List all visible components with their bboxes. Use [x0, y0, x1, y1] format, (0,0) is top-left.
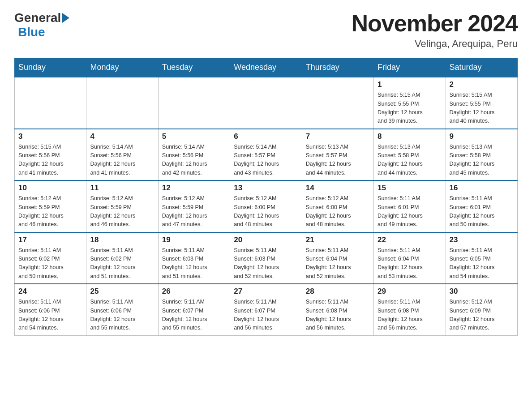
calendar-cell: 27Sunrise: 5:11 AMSunset: 6:07 PMDayligh…: [230, 284, 302, 335]
day-number: 14: [306, 184, 370, 193]
calendar-cell: 17Sunrise: 5:11 AMSunset: 6:02 PMDayligh…: [15, 232, 86, 284]
day-info: Sunrise: 5:11 AMSunset: 6:06 PMDaylight:…: [18, 298, 82, 333]
calendar-cell: 15Sunrise: 5:11 AMSunset: 6:01 PMDayligh…: [374, 180, 446, 232]
calendar-cell: 14Sunrise: 5:12 AMSunset: 6:00 PMDayligh…: [302, 180, 373, 232]
day-number: 22: [378, 235, 442, 244]
calendar-cell: [86, 77, 158, 129]
day-info: Sunrise: 5:15 AMSunset: 5:55 PMDaylight:…: [450, 91, 514, 126]
day-number: 9: [450, 132, 514, 141]
day-number: 4: [90, 132, 154, 141]
calendar-header-sunday: Sunday: [15, 58, 86, 77]
day-info: Sunrise: 5:11 AMSunset: 6:05 PMDaylight:…: [450, 246, 514, 281]
day-info: Sunrise: 5:15 AMSunset: 5:56 PMDaylight:…: [18, 143, 82, 178]
day-info: Sunrise: 5:12 AMSunset: 6:00 PMDaylight:…: [234, 194, 298, 229]
day-number: 12: [162, 184, 226, 193]
calendar-week-row: 17Sunrise: 5:11 AMSunset: 6:02 PMDayligh…: [15, 232, 518, 284]
day-number: 19: [162, 235, 226, 244]
day-number: 23: [450, 235, 514, 244]
calendar-cell: 10Sunrise: 5:12 AMSunset: 5:59 PMDayligh…: [15, 180, 86, 232]
day-number: 7: [306, 132, 370, 141]
calendar-week-row: 3Sunrise: 5:15 AMSunset: 5:56 PMDaylight…: [15, 129, 518, 181]
day-info: Sunrise: 5:11 AMSunset: 6:03 PMDaylight:…: [162, 246, 226, 281]
day-info: Sunrise: 5:11 AMSunset: 6:07 PMDaylight:…: [162, 298, 226, 333]
calendar-cell: 22Sunrise: 5:11 AMSunset: 6:04 PMDayligh…: [374, 232, 446, 284]
calendar-table: SundayMondayTuesdayWednesdayThursdayFrid…: [14, 58, 518, 336]
calendar-cell: 3Sunrise: 5:15 AMSunset: 5:56 PMDaylight…: [15, 129, 86, 181]
day-info: Sunrise: 5:11 AMSunset: 6:02 PMDaylight:…: [18, 246, 82, 281]
day-number: 3: [18, 132, 82, 141]
calendar-header-saturday: Saturday: [446, 58, 517, 77]
day-info: Sunrise: 5:14 AMSunset: 5:57 PMDaylight:…: [234, 143, 298, 178]
day-info: Sunrise: 5:11 AMSunset: 6:01 PMDaylight:…: [378, 194, 442, 229]
calendar-cell: [15, 77, 86, 129]
calendar-header-row: SundayMondayTuesdayWednesdayThursdayFrid…: [15, 58, 518, 77]
calendar-cell: 16Sunrise: 5:11 AMSunset: 6:01 PMDayligh…: [446, 180, 517, 232]
logo-triangle-icon: [62, 13, 69, 23]
day-number: 1: [378, 80, 442, 89]
day-info: Sunrise: 5:11 AMSunset: 6:08 PMDaylight:…: [378, 298, 442, 333]
day-number: 27: [234, 287, 298, 296]
calendar-title-block: November 2024 Velinga, Arequipa, Peru: [352, 11, 518, 50]
day-number: 13: [234, 184, 298, 193]
day-info: Sunrise: 5:12 AMSunset: 5:59 PMDaylight:…: [90, 194, 154, 229]
day-info: Sunrise: 5:11 AMSunset: 6:04 PMDaylight:…: [306, 246, 370, 281]
day-number: 18: [90, 235, 154, 244]
day-number: 29: [378, 287, 442, 296]
calendar-cell: 12Sunrise: 5:12 AMSunset: 5:59 PMDayligh…: [158, 180, 230, 232]
calendar-week-row: 24Sunrise: 5:11 AMSunset: 6:06 PMDayligh…: [15, 284, 518, 335]
calendar-week-row: 1Sunrise: 5:15 AMSunset: 5:55 PMDaylight…: [15, 77, 518, 129]
calendar-cell: 26Sunrise: 5:11 AMSunset: 6:07 PMDayligh…: [158, 284, 230, 335]
day-info: Sunrise: 5:13 AMSunset: 5:57 PMDaylight:…: [306, 143, 370, 178]
calendar-header-monday: Monday: [86, 58, 158, 77]
day-number: 20: [234, 235, 298, 244]
day-info: Sunrise: 5:12 AMSunset: 6:00 PMDaylight:…: [306, 194, 370, 229]
day-number: 5: [162, 132, 226, 141]
calendar-cell: 18Sunrise: 5:11 AMSunset: 6:02 PMDayligh…: [86, 232, 158, 284]
calendar-cell: 4Sunrise: 5:14 AMSunset: 5:56 PMDaylight…: [86, 129, 158, 181]
day-info: Sunrise: 5:14 AMSunset: 5:56 PMDaylight:…: [162, 143, 226, 178]
calendar-cell: [158, 77, 230, 129]
calendar-cell: [302, 77, 373, 129]
calendar-header-wednesday: Wednesday: [230, 58, 302, 77]
day-number: 6: [234, 132, 298, 141]
day-number: 25: [90, 287, 154, 296]
day-number: 15: [378, 184, 442, 193]
day-number: 11: [90, 184, 154, 193]
calendar-title: November 2024: [352, 11, 518, 36]
logo-blue-text: Blue: [18, 25, 45, 39]
day-info: Sunrise: 5:11 AMSunset: 6:07 PMDaylight:…: [234, 298, 298, 333]
calendar-cell: 11Sunrise: 5:12 AMSunset: 5:59 PMDayligh…: [86, 180, 158, 232]
day-info: Sunrise: 5:11 AMSunset: 6:03 PMDaylight:…: [234, 246, 298, 281]
logo: General Blue: [14, 11, 69, 39]
day-info: Sunrise: 5:13 AMSunset: 5:58 PMDaylight:…: [378, 143, 442, 178]
calendar-header-thursday: Thursday: [302, 58, 373, 77]
day-info: Sunrise: 5:11 AMSunset: 6:08 PMDaylight:…: [306, 298, 370, 333]
calendar-cell: 19Sunrise: 5:11 AMSunset: 6:03 PMDayligh…: [158, 232, 230, 284]
day-info: Sunrise: 5:12 AMSunset: 5:59 PMDaylight:…: [18, 194, 82, 229]
calendar-cell: 28Sunrise: 5:11 AMSunset: 6:08 PMDayligh…: [302, 284, 373, 335]
calendar-cell: 13Sunrise: 5:12 AMSunset: 6:00 PMDayligh…: [230, 180, 302, 232]
day-info: Sunrise: 5:11 AMSunset: 6:06 PMDaylight:…: [90, 298, 154, 333]
day-info: Sunrise: 5:12 AMSunset: 6:09 PMDaylight:…: [450, 298, 514, 333]
day-info: Sunrise: 5:13 AMSunset: 5:58 PMDaylight:…: [450, 143, 514, 178]
calendar-cell: 1Sunrise: 5:15 AMSunset: 5:55 PMDaylight…: [374, 77, 446, 129]
day-number: 10: [18, 184, 82, 193]
page-header: General Blue November 2024 Velinga, Areq…: [14, 11, 518, 50]
logo-general-text: General: [14, 11, 61, 25]
day-number: 28: [306, 287, 370, 296]
calendar-cell: 7Sunrise: 5:13 AMSunset: 5:57 PMDaylight…: [302, 129, 373, 181]
calendar-cell: 2Sunrise: 5:15 AMSunset: 5:55 PMDaylight…: [446, 77, 517, 129]
day-info: Sunrise: 5:12 AMSunset: 5:59 PMDaylight:…: [162, 194, 226, 229]
day-info: Sunrise: 5:11 AMSunset: 6:01 PMDaylight:…: [450, 194, 514, 229]
calendar-cell: 20Sunrise: 5:11 AMSunset: 6:03 PMDayligh…: [230, 232, 302, 284]
calendar-cell: 30Sunrise: 5:12 AMSunset: 6:09 PMDayligh…: [446, 284, 517, 335]
day-number: 2: [450, 80, 514, 89]
calendar-subtitle: Velinga, Arequipa, Peru: [352, 38, 518, 50]
day-number: 17: [18, 235, 82, 244]
day-number: 8: [378, 132, 442, 141]
calendar-cell: [230, 77, 302, 129]
calendar-cell: 25Sunrise: 5:11 AMSunset: 6:06 PMDayligh…: [86, 284, 158, 335]
day-number: 26: [162, 287, 226, 296]
day-number: 30: [450, 287, 514, 296]
calendar-cell: 9Sunrise: 5:13 AMSunset: 5:58 PMDaylight…: [446, 129, 517, 181]
